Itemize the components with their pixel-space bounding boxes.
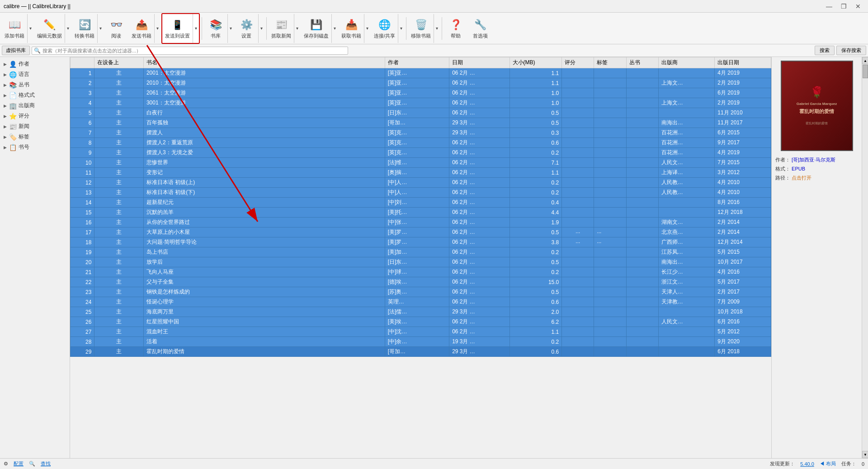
table-row[interactable]: 19主岛上书店[美]加…06 2月 …0.2江苏凤…5月 2015	[71, 247, 771, 257]
minimize-button[interactable]: —	[823, 1, 835, 11]
table-row[interactable]: 15主沉默的羔羊[美]托…06 2月 …4.412月 2018	[71, 208, 771, 218]
book-table-wrap[interactable]: 在设备上 书名 作者 日期 大小(MB) 评分 标签 丛书 出版商 出版日期 1…	[70, 57, 771, 458]
format-info-value[interactable]: EPUB	[792, 166, 805, 171]
help-button[interactable]: ❓ 帮助	[444, 14, 467, 43]
maximize-button[interactable]: ❐	[837, 1, 850, 11]
search-button[interactable]: 搜索	[815, 46, 835, 55]
sidebar-item-author[interactable]: ▶ 👤 作者	[0, 59, 70, 69]
share-button[interactable]: 🌐 连接/共享	[371, 14, 398, 43]
table-row[interactable]: 2主2010：太空漫游[英]亚…06 2月 …1.1上海文…2月 2019	[71, 78, 771, 88]
device-button[interactable]: ⚙️ 设置	[235, 14, 258, 43]
path-info-value[interactable]: 点击打开	[792, 175, 811, 180]
author-info-value[interactable]: [哥]加西亚·马尔克斯	[792, 157, 835, 162]
sidebar-item-tags[interactable]: ▶ 🏷️ 标签	[0, 132, 70, 142]
edit-meta-button[interactable]: ✏️ 编辑元数据	[34, 14, 65, 43]
share-arrow[interactable]: ▾	[398, 14, 404, 43]
table-row[interactable]: 6主百年孤独[哥加…29 3月 …0.5南海出…11月 2017	[71, 118, 771, 128]
table-row[interactable]: 20主放学后[日]东…06 2月 …0.5南海出…10月 2017	[71, 257, 771, 267]
table-row[interactable]: 23主钢铁是怎样炼成的[苏]奥…06 2月 …0.5天津人…2月 2017	[71, 287, 771, 297]
sidebar-item-series[interactable]: ▶ 📚 丛书	[0, 80, 70, 90]
save-disk-button[interactable]: 💾 保存到磁盘	[301, 14, 331, 43]
preferences-button[interactable]: 🔧 首选项	[468, 14, 492, 43]
update-version[interactable]: 5.40.0	[800, 461, 814, 467]
sidebar-item-publisher[interactable]: ▶ 🏢 出版商	[0, 100, 70, 111]
table-row[interactable]: 21主飞向人马座[中]球…06 2月 …0.2长江少…4月 2016	[71, 267, 771, 277]
find-button[interactable]: 查找	[41, 460, 51, 467]
table-row[interactable]: 8主摆渡人2：重返荒原[英]克…06 2月 …0.6百花洲…9月 2017	[71, 138, 771, 148]
row-title: 沉默的羔羊	[143, 208, 385, 218]
main-scrollbar[interactable]: ▲ ▼	[862, 57, 868, 458]
col-pubdate[interactable]: 出版日期	[715, 57, 771, 68]
publisher-icon: 🏢	[9, 102, 17, 109]
scroll-track[interactable]	[862, 64, 868, 451]
col-tags[interactable]: 标签	[594, 57, 626, 68]
sidebar-item-bookshelf[interactable]: ▶ 📋 书号	[0, 142, 70, 152]
tags-label: 标签	[19, 133, 29, 141]
search-input[interactable]	[42, 48, 346, 53]
add-book-button[interactable]: 📖 添加书籍	[2, 14, 27, 43]
col-size[interactable]: 大小(MB)	[509, 57, 562, 68]
table-row[interactable]: 12主标准日本语 初级(上)[中]人…06 2月 …0.2人民教…4月 2010	[71, 178, 771, 188]
table-row[interactable]: 10主悲惨世界[法]维…06 2月 …7.1人民文…7月 2015	[71, 158, 771, 168]
add-book-arrow[interactable]: ▾	[27, 14, 33, 43]
col-date[interactable]: 日期	[449, 57, 509, 68]
scroll-thumb[interactable]	[863, 65, 868, 78]
col-device[interactable]: 在设备上	[94, 57, 144, 68]
col-num[interactable]	[71, 57, 94, 68]
device-arrow[interactable]: ▾	[258, 14, 264, 43]
convert-button[interactable]: 🔄 转换书籍	[72, 14, 97, 43]
send-to-device-arrow[interactable]: ▾	[193, 14, 199, 43]
scroll-up-button[interactable]: ▲	[862, 57, 868, 64]
config-button[interactable]: 配置	[14, 460, 24, 467]
convert-arrow[interactable]: ▾	[97, 14, 104, 43]
get-books-arrow[interactable]: ▾	[364, 14, 370, 43]
table-row[interactable]: 28主活着[中]余…19 3月 …0.29月 2020	[71, 337, 771, 347]
table-row[interactable]: 5主白夜行[日]东…06 2月 …0.511月 2010	[71, 108, 771, 118]
library-arrow[interactable]: ▾	[227, 14, 234, 43]
table-row[interactable]: 25主海底两万里[法]儒…29 3月 …2.010月 2018	[71, 307, 771, 317]
table-row[interactable]: 16主从你的全世界路过[中]张…06 2月 …1.9湖南文…2月 2014	[71, 218, 771, 227]
table-row[interactable]: 13主标准日本语 初级(下)[中]人…06 2月 …0.2人民教…4月 2010	[71, 188, 771, 198]
table-row[interactable]: 4主3001：太空漫游[英]亚…06 2月 …1.0上海文…2月 2019	[71, 98, 771, 108]
table-row[interactable]: 9主摆渡人3：无境之爱[英]克…06 2月 …0.2百花洲…4月 2019	[71, 148, 771, 158]
close-button[interactable]: ✕	[852, 1, 864, 11]
row-date: 06 2月 …	[449, 327, 509, 337]
table-row[interactable]: 24主怪诞心理学英理…06 2月 …0.6天津教…7月 2009	[71, 297, 771, 307]
col-author[interactable]: 作者	[385, 57, 449, 68]
send-button[interactable]: 📤 发送书籍	[129, 14, 154, 43]
edit-meta-arrow[interactable]: ▾	[65, 14, 71, 43]
save-disk-arrow[interactable]: ▾	[331, 14, 338, 43]
table-row[interactable]: 17主大草原上的小木屋[美]罗…06 2月 …0.5······北京燕…2月 2…	[71, 227, 771, 237]
sidebar-item-rating[interactable]: ▶ ⭐ 评分	[0, 111, 70, 121]
remove-arrow[interactable]: ▾	[434, 14, 440, 43]
table-row[interactable]: 3主2061：太空漫游[英]亚…06 2月 …1.06月 2019	[71, 88, 771, 98]
table-row[interactable]: 1主2001：太空漫游[英]亚…06 2月 …1.14月 2019	[71, 68, 771, 78]
table-row[interactable]: 7主摆渡人[英]克…29 3月 …0.3百花洲…6月 2015	[71, 128, 771, 138]
table-row[interactable]: 26主红星照耀中国[美]埃…06 2月 …6.2人民文…6月 2016	[71, 317, 771, 327]
table-row[interactable]: 22主父与子全集[德]埃…06 2月 …15.0浙江文…5月 2017	[71, 277, 771, 287]
fetch-news-button[interactable]: 📰 抓取新闻	[269, 14, 294, 43]
send-to-device-button[interactable]: 📱 发送到设置	[162, 14, 193, 43]
fetch-news-arrow[interactable]: ▾	[294, 14, 300, 43]
sidebar-item-format[interactable]: ▶ 📄 格式式	[0, 90, 70, 100]
sidebar-item-news[interactable]: ▶ 📰 新闻	[0, 121, 70, 132]
table-row[interactable]: 11主变形记[奥]揣…06 2月 …1.1上海译…3月 2012	[71, 168, 771, 178]
remove-button[interactable]: 🗑️ 移除书籍	[408, 14, 434, 43]
col-publisher[interactable]: 出版商	[658, 57, 715, 68]
virtual-lib-button[interactable]: 虚拟书库	[2, 46, 30, 55]
get-books-button[interactable]: 📥 获取书籍	[339, 14, 364, 43]
read-button[interactable]: 👓 阅读	[104, 14, 128, 43]
col-series[interactable]: 丛书	[626, 57, 658, 68]
library-button[interactable]: 📚 书库	[204, 14, 227, 43]
col-title[interactable]: 书名	[143, 57, 385, 68]
scroll-down-button[interactable]: ▼	[862, 451, 868, 458]
table-row[interactable]: 27主混血时王[中]沈…06 2月 …1.15月 2012	[71, 327, 771, 337]
sidebar-item-lang[interactable]: ▶ 🌐 语言	[0, 69, 70, 80]
save-search-button[interactable]: 保存搜索	[836, 46, 866, 55]
send-arrow[interactable]: ▾	[154, 14, 160, 43]
col-rating[interactable]: 评分	[562, 57, 594, 68]
table-row[interactable]: 29主霍乱时期的爱情[哥加…29 3月 …0.66月 2018	[71, 347, 771, 357]
table-row[interactable]: 18主大问题·简明哲学导论[美]罗…06 2月 …3.8······广西师…12…	[71, 237, 771, 247]
layout-label[interactable]: ◀ 布局	[820, 460, 836, 467]
table-row[interactable]: 14主超新星纪元[中]刘…06 2月 …0.48月 2016	[71, 198, 771, 208]
